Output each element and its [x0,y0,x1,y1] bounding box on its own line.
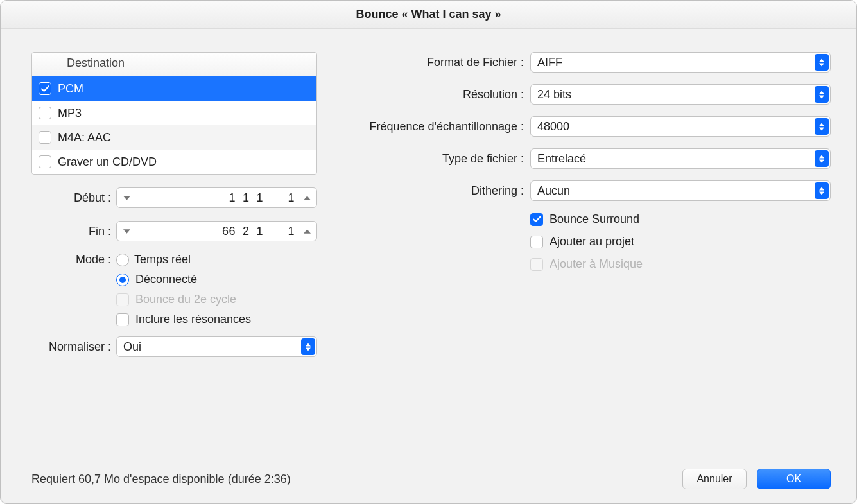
resolution-value: 24 bits [537,88,571,101]
updown-icon[interactable] [815,118,829,135]
add-to-music-label: Ajouter à Musique [550,257,643,271]
file-format-select[interactable]: AIFF [530,52,831,73]
chevron-up-icon[interactable] [299,188,315,207]
updown-icon[interactable] [815,182,829,199]
chevron-down-icon[interactable] [118,222,135,241]
start-label: Début : [31,191,111,205]
bounce-surround-checkbox[interactable] [530,213,543,226]
file-format-value: AIFF [537,56,562,69]
mode-label: Mode : [31,253,111,266]
dithering-label: Dithering : [343,184,524,198]
ok-button[interactable]: OK [757,469,831,489]
start-stepper[interactable]: 1 1 1 1 [116,187,317,208]
normalize-value: Oui [123,340,141,354]
updown-icon[interactable] [815,54,829,71]
destination-checkbox-mp3[interactable] [39,107,51,119]
sample-rate-label: Fréquence d'échantillonnage : [343,120,524,134]
dithering-select[interactable]: Aucun [530,180,831,201]
window-title: Bounce « What I can say » [1,1,856,29]
add-to-project-checkbox[interactable] [530,236,543,248]
destination-label: Graver un CD/DVD [58,155,157,169]
chevron-up-icon[interactable] [299,222,315,241]
destination-label: M4A: AAC [58,131,111,144]
bounce-2nd-cycle-label: Bounce du 2e cycle [135,293,236,306]
space-required-info: Requiert 60,7 Mo d'espace disponible (du… [31,473,291,486]
sample-rate-value: 48000 [537,120,569,134]
destination-row-pcm[interactable]: PCM [32,76,316,101]
updown-icon[interactable] [301,338,315,355]
bounce-dialog: Bounce « What I can say » Destination PC… [0,0,857,504]
include-tails-label: Inclure les résonances [135,313,251,326]
cancel-button[interactable]: Annuler [682,469,747,489]
file-type-value: Entrelacé [537,152,586,166]
normalize-select[interactable]: Oui [116,336,317,357]
cancel-button-label: Annuler [697,473,732,485]
destination-row-burn[interactable]: Graver un CD/DVD [32,150,316,174]
end-value[interactable]: 66 2 1 1 [135,225,299,238]
sample-rate-select[interactable]: 48000 [530,116,831,137]
ok-button-label: OK [786,473,801,485]
updown-icon[interactable] [815,86,829,103]
dithering-value: Aucun [537,184,570,198]
resolution-select[interactable]: 24 bits [530,84,831,105]
chevron-down-icon[interactable] [118,188,135,207]
end-label: Fin : [31,225,111,238]
destination-checkbox-m4a[interactable] [39,131,51,144]
include-tails-checkbox[interactable] [116,313,129,326]
resolution-label: Résolution : [343,88,524,101]
end-stepper[interactable]: 66 2 1 1 [116,221,317,241]
destination-checkbox-pcm[interactable] [39,82,51,95]
file-type-label: Type de fichier : [343,152,524,166]
file-type-select[interactable]: Entrelacé [530,148,831,169]
destination-label: MP3 [58,107,82,120]
file-format-label: Format de Fichier : [343,56,524,69]
mode-offline-radio[interactable] [116,274,129,286]
destination-row-mp3[interactable]: MP3 [32,101,316,125]
start-value[interactable]: 1 1 1 1 [135,191,299,205]
destination-label: PCM [58,82,83,96]
updown-icon[interactable] [815,150,829,167]
add-to-music-checkbox [530,258,543,271]
mode-offline-label: Déconnecté [135,273,197,286]
mode-realtime-label: Temps réel [134,253,191,266]
destination-check-column-header [32,53,60,76]
mode-realtime-radio[interactable] [116,254,129,266]
destination-column-header: Destination [60,53,316,76]
bounce-2nd-cycle-checkbox [116,293,129,306]
destination-row-m4a[interactable]: M4A: AAC [32,125,316,150]
normalize-label: Normaliser : [31,340,111,354]
bounce-surround-label: Bounce Surround [550,213,639,226]
destination-checkbox-burn[interactable] [39,155,51,168]
add-to-project-label: Ajouter au projet [550,235,634,248]
destination-table: Destination PCM MP3 [31,52,317,175]
title-text: Bounce « What I can say » [356,8,501,21]
